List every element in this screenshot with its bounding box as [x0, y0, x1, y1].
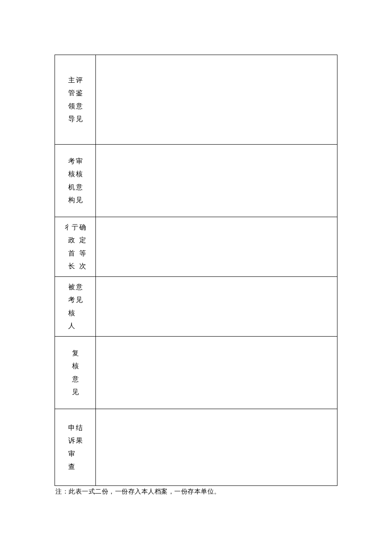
char: 确	[79, 221, 86, 234]
char: 领	[68, 100, 75, 113]
char: 诉	[68, 434, 75, 447]
char: 审	[76, 155, 83, 168]
char: 查	[68, 460, 75, 473]
char: 次	[79, 260, 86, 273]
char: 见	[76, 194, 83, 206]
char: 意	[76, 100, 83, 113]
row-appeal-content	[96, 409, 337, 486]
row-review-label: 复 核 意 见	[55, 337, 96, 409]
row-assessee-label: 被 考 核 人 意 见	[55, 277, 96, 337]
char: 机	[68, 181, 75, 194]
char: 见	[76, 113, 83, 125]
char: 审	[68, 447, 75, 460]
row-appeal-label: 申 诉 审 查 结 果	[55, 409, 96, 486]
char: 申	[68, 421, 75, 434]
row-assess-org-label: 考 核 机 构 审 核 意 见	[55, 145, 96, 217]
row-supervisor-content	[96, 55, 337, 145]
char: 长	[68, 260, 75, 273]
char: 核	[68, 307, 75, 320]
char: 首	[68, 247, 75, 260]
row-admin-head-content	[96, 217, 337, 277]
char: 构	[68, 194, 75, 206]
char: 人	[68, 320, 75, 332]
char: 意	[76, 281, 83, 293]
char: 主	[68, 74, 75, 87]
row-admin-head-label: 彳亍 政 首 长 确 定 等 次	[55, 217, 96, 277]
row-review-content	[96, 337, 337, 409]
char: 被	[68, 281, 75, 293]
char: 政	[68, 234, 75, 247]
char: 评	[76, 74, 83, 87]
char: 结	[76, 421, 83, 434]
char: 考	[68, 155, 75, 168]
char: 鉴	[76, 87, 83, 99]
row-supervisor-label: 主 管 领 导 评 鉴 意 见	[55, 55, 96, 145]
char: 导	[68, 113, 75, 125]
footnote: 注：此表一式二份，一份存入本人档案，一份存本单位。	[55, 488, 337, 496]
char: 意	[76, 181, 83, 194]
char: 核	[68, 168, 75, 180]
approval-table: 主 管 领 导 评 鉴 意 见	[55, 55, 337, 486]
char: 核	[72, 360, 79, 372]
char: 见	[76, 293, 83, 306]
row-assessee-content	[96, 277, 337, 337]
char: 核	[76, 168, 83, 180]
char: 彳亍	[65, 221, 78, 234]
char: 定	[79, 234, 86, 247]
char: 管	[68, 87, 75, 99]
char: 意	[72, 373, 79, 386]
char: 复	[72, 347, 79, 360]
char: 考	[68, 293, 75, 306]
char: 见	[72, 386, 79, 398]
char: 等	[79, 247, 86, 260]
row-assess-org-content	[96, 145, 337, 217]
char: 果	[76, 434, 83, 447]
